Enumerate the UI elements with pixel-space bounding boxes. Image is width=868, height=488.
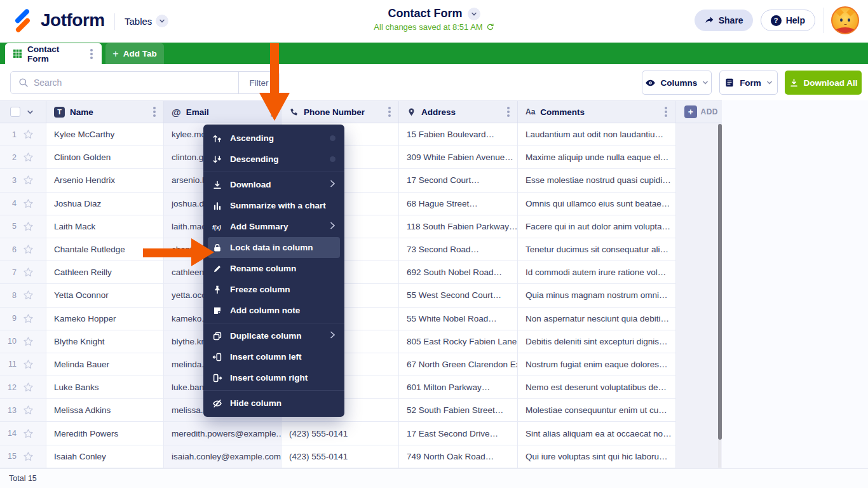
cell-name[interactable]: Joshua Diaz — [46, 193, 164, 215]
cell-comments[interactable]: Facere qui in aut dolor anim volupta… — [518, 215, 675, 238]
cell-name[interactable]: Melissa Adkins — [46, 399, 164, 422]
star-icon[interactable] — [23, 405, 34, 416]
row-select-cell[interactable]: 11 — [0, 353, 46, 376]
column-header-comments[interactable]: Aa Comments — [518, 101, 675, 123]
star-icon[interactable] — [23, 382, 34, 393]
cell-name[interactable]: Blythe Knight — [46, 330, 164, 353]
menu-item-add-summary[interactable]: f(x)Add Summary — [203, 216, 344, 237]
tab-contact-form[interactable]: Contact Form — [5, 43, 102, 64]
menu-item-lock-data-in-column[interactable]: Lock data in column — [208, 237, 340, 258]
cell-name[interactable]: Chantale Rutledge — [46, 238, 164, 261]
cell-comments[interactable]: Nemo est deserunt voluptatibus de… — [518, 376, 675, 399]
star-icon[interactable] — [23, 175, 34, 186]
cell-address[interactable]: 805 East Rocky Fabien Lane… — [399, 330, 518, 353]
menu-item-ascending[interactable]: Ascending — [203, 128, 344, 149]
row-select-cell[interactable]: 14 — [0, 422, 46, 445]
cell-address[interactable]: 749 North Oak Road… — [399, 445, 518, 468]
star-icon[interactable] — [23, 221, 34, 232]
row-select-cell[interactable]: 1 — [0, 123, 46, 146]
share-button[interactable]: Share — [695, 10, 753, 31]
star-icon[interactable] — [23, 336, 34, 347]
cell-comments[interactable]: Sint alias aliquam ea at occaecat no… — [518, 422, 675, 445]
menu-item-download[interactable]: Download — [203, 174, 344, 195]
star-icon[interactable] — [23, 152, 34, 163]
menu-item-rename-column[interactable]: Rename column — [203, 258, 344, 279]
cell-email[interactable]: isaiah.conley@example.com — [164, 445, 281, 468]
menu-item-summarize-with-a-chart[interactable]: Summarize with a chart — [203, 195, 344, 216]
cell-address[interactable]: 17 East Second Drive… — [399, 422, 518, 445]
row-select-cell[interactable]: 4 — [0, 193, 46, 215]
cell-phone[interactable]: (423) 555-0141 — [281, 445, 399, 468]
cell-email[interactable]: meredith.powers@example.… — [164, 422, 281, 445]
row-select-cell[interactable]: 10 — [0, 330, 46, 353]
cell-address[interactable]: 67 North Green Clarendon Ex… — [399, 353, 518, 376]
cell-comments[interactable]: Omnis qui ullamco eius sunt beatae… — [518, 193, 675, 215]
cell-name[interactable]: Kameko Hopper — [46, 308, 164, 330]
cell-name[interactable]: Meredith Powers — [46, 422, 164, 445]
cell-name[interactable]: Arsenio Hendrix — [46, 169, 164, 192]
cell-name[interactable]: Melinda Bauer — [46, 353, 164, 376]
menu-item-duplicate-column[interactable]: Duplicate column — [203, 325, 344, 346]
column-header-address[interactable]: Address — [399, 101, 518, 123]
cell-name[interactable]: Luke Banks — [46, 376, 164, 399]
sort-toggle-dot[interactable] — [330, 156, 336, 162]
cell-address[interactable]: 601 Milton Parkway… — [399, 376, 518, 399]
menu-item-add-column-note[interactable]: Add column note — [203, 300, 344, 321]
star-icon[interactable] — [23, 313, 34, 324]
cell-address[interactable]: 68 Hague Street… — [399, 193, 518, 215]
cell-comments[interactable]: Id commodi autem irure ratione vol… — [518, 261, 675, 284]
column-header-name[interactable]: T Name — [46, 101, 164, 123]
cell-address[interactable]: 692 South Nobel Road… — [399, 261, 518, 284]
menu-item-descending[interactable]: Descending — [203, 149, 344, 170]
column-header-phone[interactable]: Phone Number — [281, 101, 399, 123]
menu-item-freeze-column[interactable]: Freeze column — [203, 279, 344, 300]
cell-comments[interactable]: Tenetur ducimus sit consequatur ali… — [518, 238, 675, 261]
form-button[interactable]: Form — [719, 71, 778, 95]
cell-comments[interactable]: Nostrum fugiat enim eaque dolores… — [518, 353, 675, 376]
add-column-button[interactable]: + ADD — [675, 101, 722, 123]
cell-comments[interactable]: Qui iure voluptas sint qui hic laboru… — [518, 445, 675, 468]
cell-phone[interactable]: (423) 555-0141 — [281, 422, 399, 445]
cell-address[interactable]: 55 West Second Court… — [399, 284, 518, 307]
menu-item-insert-column-right[interactable]: Insert column right — [203, 367, 344, 388]
add-column-area[interactable] — [675, 123, 717, 468]
column-menu-dots-icon[interactable] — [388, 111, 391, 113]
cell-address[interactable]: 118 South Fabien Parkway… — [399, 215, 518, 238]
column-menu-dots-icon[interactable] — [271, 111, 273, 113]
help-button[interactable]: ? Help — [761, 10, 815, 31]
scrollbar-thumb[interactable] — [718, 124, 722, 440]
select-all-checkbox[interactable] — [10, 107, 20, 117]
cell-comments[interactable]: Non aspernatur nesciunt quia debiti… — [518, 308, 675, 330]
column-menu-dots-icon[interactable] — [665, 111, 667, 113]
row-select-cell[interactable]: 2 — [0, 146, 46, 169]
avatar[interactable] — [831, 6, 859, 34]
star-icon[interactable] — [23, 198, 34, 209]
download-all-button[interactable]: Download All — [785, 71, 862, 95]
row-select-cell[interactable]: 9 — [0, 308, 46, 330]
row-select-cell[interactable]: 5 — [0, 215, 46, 238]
cell-address[interactable]: 52 South Fabien Street… — [399, 399, 518, 422]
cell-comments[interactable]: Quia minus magnam nostrum omni… — [518, 284, 675, 307]
tab-menu-dots-icon[interactable] — [90, 53, 93, 55]
title-chevron-down-icon[interactable] — [468, 8, 480, 20]
row-select-cell[interactable]: 12 — [0, 376, 46, 399]
cell-name[interactable]: Kylee McCarthy — [46, 123, 164, 146]
cell-address[interactable]: 309 White Fabien Avenue… — [399, 146, 518, 169]
row-select-cell[interactable]: 8 — [0, 284, 46, 307]
cell-comments[interactable]: Laudantium aut odit non laudantiu… — [518, 123, 675, 146]
star-icon[interactable] — [23, 267, 34, 278]
cell-address[interactable]: 55 White Nobel Road… — [399, 308, 518, 330]
cell-name[interactable]: Isaiah Conley — [46, 445, 164, 468]
cell-address[interactable]: 73 Second Road… — [399, 238, 518, 261]
sort-toggle-dot[interactable] — [330, 135, 336, 141]
add-tab-button[interactable]: + Add Tab — [105, 43, 164, 64]
chevron-down-icon[interactable] — [27, 109, 34, 116]
columns-button[interactable]: Columns — [642, 71, 712, 95]
star-icon[interactable] — [23, 359, 34, 370]
cell-comments[interactable]: Maxime aliquip unde nulla eaque el… — [518, 146, 675, 169]
cell-comments[interactable]: Molestiae consequuntur enim ut cu… — [518, 399, 675, 422]
menu-item-hide-column[interactable]: Hide column — [203, 393, 344, 414]
filter-button[interactable]: Filter — [238, 72, 279, 93]
cell-name[interactable]: Laith Mack — [46, 215, 164, 238]
column-menu-dots-icon[interactable] — [153, 111, 156, 113]
